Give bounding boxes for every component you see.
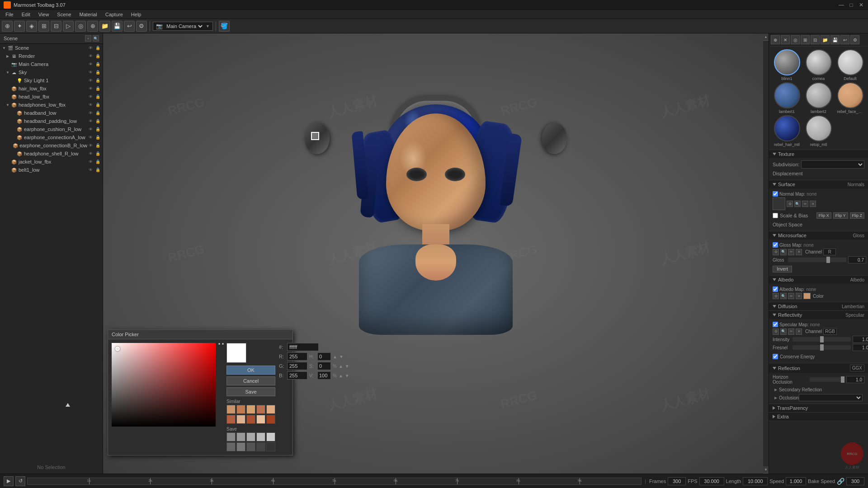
swatch-cell[interactable] bbox=[256, 442, 265, 451]
toolbar-btn-9[interactable]: 📁 bbox=[99, 21, 110, 32]
lock-icon[interactable]: 🔒 bbox=[94, 118, 101, 124]
tree-jacket[interactable]: 📦 jacket_low_fbx 👁 🔒 bbox=[0, 158, 103, 166]
mat-ball-lambert1[interactable] bbox=[774, 82, 800, 108]
minimize-button[interactable]: — bbox=[838, 2, 844, 8]
texture-section-header[interactable]: Texture bbox=[769, 150, 868, 158]
flip-z-btn[interactable]: Flip Z bbox=[850, 212, 865, 219]
s-up-arrow[interactable]: ▲ bbox=[339, 364, 343, 369]
maximize-button[interactable]: □ bbox=[848, 2, 854, 8]
eye-icon[interactable]: 👁 bbox=[87, 69, 94, 75]
horizon-value-input[interactable] bbox=[846, 376, 864, 383]
menu-scene[interactable]: Scene bbox=[53, 11, 75, 18]
normal-map-thumb[interactable] bbox=[773, 197, 785, 210]
mat-ball-rebel-face[interactable] bbox=[837, 82, 863, 108]
lock-icon[interactable]: 🔒 bbox=[94, 150, 101, 157]
h-input[interactable] bbox=[317, 352, 331, 361]
b-input[interactable] bbox=[287, 371, 307, 380]
occlusion-dropdown[interactable] bbox=[799, 394, 863, 401]
eye-icon[interactable]: 👁 bbox=[87, 142, 94, 149]
rt-btn-2[interactable]: ✕ bbox=[781, 35, 790, 44]
fresnel-slider[interactable] bbox=[793, 345, 851, 350]
toolbar-btn-5[interactable]: ⊟ bbox=[51, 21, 61, 32]
swatch-cell[interactable] bbox=[266, 405, 275, 414]
tree-head[interactable]: 📦 head_low_fbx 👁 🔒 bbox=[0, 93, 103, 101]
h-down-arrow[interactable]: ▼ bbox=[339, 354, 344, 359]
eye-icon[interactable]: 👁 bbox=[87, 110, 94, 116]
g-input[interactable] bbox=[287, 362, 307, 370]
menu-capture[interactable]: Capture bbox=[102, 11, 127, 18]
lock-icon[interactable]: 🔒 bbox=[94, 69, 101, 75]
camera-dropdown[interactable]: Main Camera bbox=[165, 23, 204, 29]
tree-scene[interactable]: ▼ 🎬 Scene 👁 🔒 bbox=[0, 44, 103, 52]
swatch-cell[interactable] bbox=[266, 415, 275, 424]
toolbar-btn-12[interactable]: ⚙ bbox=[136, 21, 147, 32]
tree-headband[interactable]: 📦 headband_low 👁 🔒 bbox=[0, 109, 103, 117]
tree-camera[interactable]: 📷 Main Camera 👁 🔒 bbox=[0, 60, 103, 68]
specular-settings-icon[interactable]: ⚙ bbox=[773, 328, 779, 335]
swatch-cell[interactable] bbox=[226, 415, 236, 424]
scale-bias-checkbox[interactable] bbox=[773, 213, 778, 218]
timeline-track[interactable]: 1s 2s 3s 4s 5s 6s 7s 8s 9s bbox=[27, 478, 642, 485]
paint-bucket-icon[interactable]: 🪣 bbox=[219, 21, 230, 32]
reflectivity-header[interactable]: Reflectivity Speculiar bbox=[769, 311, 868, 319]
eye-icon[interactable]: 👁 bbox=[87, 134, 94, 141]
eye-icon[interactable]: 👁 bbox=[87, 118, 94, 124]
transparency-header[interactable]: TransParency bbox=[769, 404, 868, 412]
albedo-color-swatch[interactable] bbox=[803, 293, 811, 299]
diffusion-header[interactable]: Diffusion Lambertian bbox=[769, 302, 868, 310]
frame-count-input[interactable] bbox=[846, 477, 864, 485]
albedo-clear-icon[interactable]: ✕ bbox=[796, 293, 802, 299]
menu-edit[interactable]: Edit bbox=[18, 11, 34, 18]
microsurface-header[interactable]: Microsurface Gloss bbox=[769, 231, 868, 239]
eye-icon[interactable]: 👁 bbox=[87, 102, 94, 108]
toolbar-btn-1[interactable]: ⊕ bbox=[2, 21, 13, 32]
gloss-value-input[interactable] bbox=[848, 256, 866, 263]
albedo-header[interactable]: Albedo Albedo bbox=[769, 276, 868, 284]
eye-icon[interactable]: 👁 bbox=[87, 126, 94, 132]
lock-icon[interactable]: 🔒 bbox=[94, 85, 101, 92]
s-down-arrow[interactable]: ▼ bbox=[345, 364, 349, 369]
rt-btn-7[interactable]: 💾 bbox=[830, 35, 840, 44]
menu-material[interactable]: Material bbox=[76, 11, 101, 18]
lock-icon[interactable]: 🔒 bbox=[94, 61, 101, 67]
toolbar-btn-6[interactable]: ▷ bbox=[63, 21, 74, 32]
gloss-clear-icon[interactable]: ✕ bbox=[796, 249, 802, 255]
color-picker-save-button[interactable]: Save bbox=[226, 387, 275, 396]
gloss-search-icon[interactable]: 🔍 bbox=[780, 249, 787, 255]
gloss-slider[interactable] bbox=[788, 258, 846, 262]
eye-icon[interactable]: 👁 bbox=[87, 61, 94, 67]
eye-icon[interactable]: 👁 bbox=[87, 150, 94, 157]
fresnel-value-input[interactable] bbox=[853, 344, 868, 351]
menu-view[interactable]: View bbox=[35, 11, 53, 18]
gloss-edit-icon[interactable]: ✏ bbox=[788, 249, 794, 255]
albedo-search-icon[interactable]: 🔍 bbox=[780, 293, 787, 299]
selection-handle[interactable] bbox=[311, 132, 319, 140]
scroll-up-btn[interactable]: ▲ bbox=[763, 33, 769, 41]
tree-headphone-shell[interactable]: 📦 headphone_shell_R_low 👁 🔒 bbox=[0, 150, 103, 158]
hex-input[interactable] bbox=[287, 343, 319, 351]
albedo-edit-icon[interactable]: ✏ bbox=[788, 293, 794, 299]
play-button[interactable]: ▶ bbox=[4, 476, 14, 486]
albedo-map-checkbox[interactable] bbox=[773, 286, 778, 292]
rt-btn-8[interactable]: ↩ bbox=[840, 35, 849, 44]
close-button[interactable]: ✕ bbox=[858, 2, 864, 8]
toolbar-btn-11[interactable]: ↩ bbox=[124, 21, 135, 32]
albedo-settings-icon[interactable]: ⚙ bbox=[773, 293, 779, 299]
rt-btn-9[interactable]: ⚙ bbox=[850, 35, 859, 44]
swatch-cell[interactable] bbox=[226, 432, 236, 441]
lock-icon[interactable]: 🔒 bbox=[94, 77, 101, 84]
scene-search-btn[interactable]: 🔍 bbox=[93, 35, 99, 42]
invert-btn[interactable]: Invert bbox=[773, 266, 792, 272]
viewport-scrollbar[interactable]: ▲ ▼ bbox=[763, 33, 769, 474]
swatch-cell[interactable] bbox=[226, 405, 236, 414]
lock-icon[interactable]: 🔒 bbox=[94, 102, 101, 108]
v-input[interactable] bbox=[317, 371, 331, 380]
eye-icon[interactable]: 👁 bbox=[87, 159, 94, 165]
scene-add-btn[interactable]: + bbox=[85, 35, 91, 42]
normal-search-icon[interactable]: 🔍 bbox=[794, 201, 801, 207]
color-picker-title[interactable]: Color Picker bbox=[108, 330, 292, 339]
swatch-cell[interactable] bbox=[266, 432, 275, 441]
tree-headphones[interactable]: ▼ 📦 headphones_low_fbx 👁 🔒 bbox=[0, 101, 103, 109]
specular-clear-icon[interactable]: ✕ bbox=[796, 328, 802, 335]
specular-map-checkbox[interactable] bbox=[773, 322, 778, 327]
